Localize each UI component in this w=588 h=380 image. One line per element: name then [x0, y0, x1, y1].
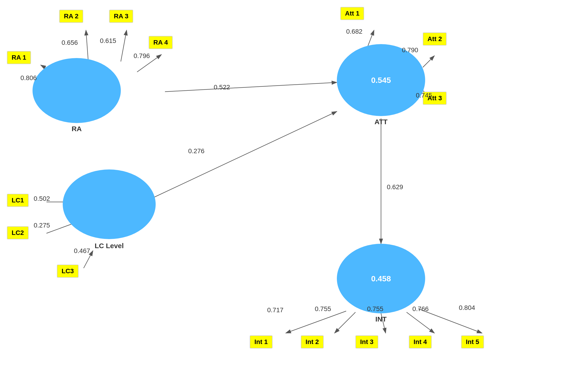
label-lc-lc1: 0.502: [34, 195, 50, 202]
box-ra4: RA 4: [149, 36, 173, 49]
label-att-att2: 0.790: [402, 46, 418, 54]
box-lc2: LC2: [7, 226, 29, 239]
ellipse-int: 0.458 INT: [337, 244, 425, 313]
label-ra-ra4: 0.796: [134, 52, 150, 60]
svg-line-2: [121, 30, 127, 61]
svg-line-14: [335, 312, 355, 333]
ellipse-int-value: 0.458: [371, 274, 391, 283]
ellipse-att: 0.545 ATT: [337, 44, 425, 116]
label-int-int1: 0.717: [267, 306, 284, 314]
box-lc1: LC1: [7, 194, 29, 207]
box-ra3: RA 3: [109, 10, 133, 23]
label-att-att1: 0.682: [346, 28, 363, 35]
box-int1: Int 1: [250, 335, 272, 348]
diagram-container: RA LC Level 0.545 ATT 0.458 INT RA 1 RA …: [0, 0, 588, 380]
ellipse-lc: LC Level: [63, 170, 156, 239]
label-int-int3: 0.755: [367, 305, 383, 313]
ellipse-int-label: INT: [375, 315, 386, 323]
ellipse-ra: RA: [33, 58, 121, 123]
label-int-int5: 0.804: [459, 304, 475, 311]
svg-line-4: [165, 82, 337, 92]
box-int2: Int 2: [301, 335, 324, 348]
svg-line-16: [406, 312, 434, 333]
svg-line-5: [144, 112, 337, 202]
box-ra2: RA 2: [59, 10, 83, 23]
label-ra-ra1: 0.806: [20, 74, 37, 82]
label-ra-ra3: 0.615: [100, 37, 116, 45]
ellipse-att-label: ATT: [374, 118, 387, 126]
label-att-att3: 0.745: [416, 92, 432, 99]
ellipse-att-value: 0.545: [371, 76, 391, 85]
ellipse-lc-label: LC Level: [95, 242, 123, 250]
svg-line-13: [286, 311, 346, 333]
box-lc3: LC3: [57, 265, 79, 278]
box-att1: Att 1: [340, 7, 364, 20]
svg-line-10: [423, 56, 434, 67]
label-ra-ra2: 0.656: [61, 39, 78, 46]
box-att2: Att 2: [423, 33, 446, 45]
box-int5: Int 5: [461, 335, 484, 348]
box-ra1: RA 1: [7, 51, 31, 64]
label-int-int2: 0.755: [315, 305, 331, 313]
ellipse-ra-label: RA: [72, 125, 81, 133]
label-lc-lc3: 0.467: [74, 247, 90, 255]
label-int-int4: 0.766: [412, 305, 429, 313]
box-int3: Int 3: [355, 335, 378, 348]
label-att-int: 0.629: [387, 183, 403, 191]
label-lc-att: 0.276: [188, 147, 204, 155]
label-lc-lc2: 0.275: [34, 222, 50, 229]
label-ra-att: 0.522: [214, 84, 230, 91]
box-int4: Int 4: [409, 335, 432, 348]
svg-line-1: [86, 30, 88, 61]
